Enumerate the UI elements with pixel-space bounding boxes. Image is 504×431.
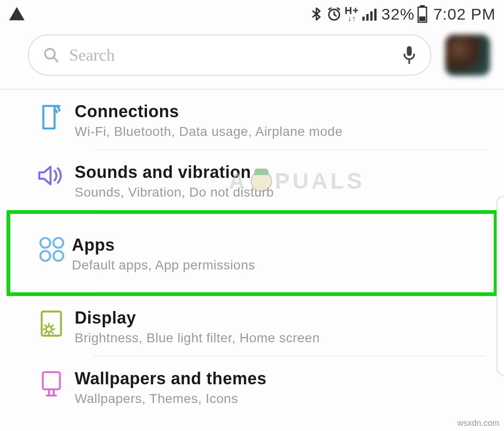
warning-icon: [8, 6, 25, 22]
display-icon: [38, 309, 64, 338]
settings-item-display[interactable]: Display Brightness, Blue light filter, H…: [0, 296, 504, 356]
item-subtitle: Brightness, Blue light filter, Home scre…: [75, 331, 490, 346]
battery-percent: 32%: [381, 5, 414, 23]
edge-panel-handle[interactable]: [497, 196, 504, 375]
svg-rect-3: [371, 11, 373, 21]
svg-rect-1: [363, 17, 365, 21]
profile-avatar[interactable]: [445, 35, 490, 76]
svg-point-12: [41, 238, 50, 248]
svg-line-22: [45, 325, 46, 326]
svg-line-23: [52, 332, 53, 333]
settings-item-wallpapers[interactable]: Wallpapers and themes Wallpapers, Themes…: [0, 357, 504, 417]
svg-point-15: [54, 251, 63, 261]
settings-list: Connections Wi-Fi, Bluetooth, Data usage…: [0, 90, 504, 417]
bluetooth-icon: [309, 6, 323, 22]
item-subtitle: Wallpapers, Themes, Icons: [75, 391, 490, 406]
clock: 7:02 PM: [433, 5, 496, 23]
item-title: Sounds and vibration: [75, 163, 490, 182]
svg-point-13: [54, 238, 63, 248]
item-title: Connections: [75, 102, 490, 121]
svg-rect-2: [366, 14, 369, 21]
item-title: Wallpapers and themes: [75, 369, 490, 389]
apps-icon: [39, 236, 65, 262]
svg-line-24: [45, 332, 46, 333]
wallpapers-icon: [39, 370, 63, 398]
credit-label: wsxdn.com: [457, 418, 499, 428]
connections-icon: [39, 103, 64, 132]
mic-icon[interactable]: [402, 45, 416, 65]
item-subtitle: Wi-Fi, Bluetooth, Data usage, Airplane m…: [75, 124, 490, 139]
sounds-icon: [37, 163, 66, 188]
svg-line-9: [54, 57, 58, 62]
network-type-icon: H+ ↓↑: [345, 6, 359, 22]
highlight-box: Apps Default apps, App permissions: [7, 210, 497, 296]
svg-rect-26: [43, 372, 60, 389]
battery-icon: [417, 5, 427, 23]
svg-rect-7: [420, 16, 426, 21]
item-subtitle: Default apps, App permissions: [72, 258, 480, 273]
search-placeholder: Search: [69, 45, 402, 65]
settings-item-connections[interactable]: Connections Wi-Fi, Bluetooth, Data usage…: [0, 90, 504, 149]
item-title: Display: [75, 308, 490, 328]
search-input[interactable]: Search: [28, 35, 431, 76]
search-row: Search: [0, 28, 504, 89]
item-title: Apps: [72, 235, 480, 255]
settings-item-sounds[interactable]: Sounds and vibration Sounds, Vibration, …: [0, 150, 504, 210]
svg-point-14: [41, 251, 50, 261]
svg-line-25: [52, 325, 53, 326]
divider: [97, 291, 482, 292]
svg-rect-10: [407, 46, 412, 56]
svg-rect-4: [374, 9, 377, 21]
signal-icon: [362, 7, 378, 21]
settings-item-apps[interactable]: Apps Default apps, App permissions: [10, 215, 494, 291]
alarm-icon: [326, 6, 342, 22]
item-subtitle: Sounds, Vibration, Do not disturb: [75, 185, 490, 200]
status-bar: H+ ↓↑ 32% 7:02 PM: [0, 0, 504, 28]
svg-point-17: [46, 326, 52, 332]
search-icon: [43, 47, 60, 64]
